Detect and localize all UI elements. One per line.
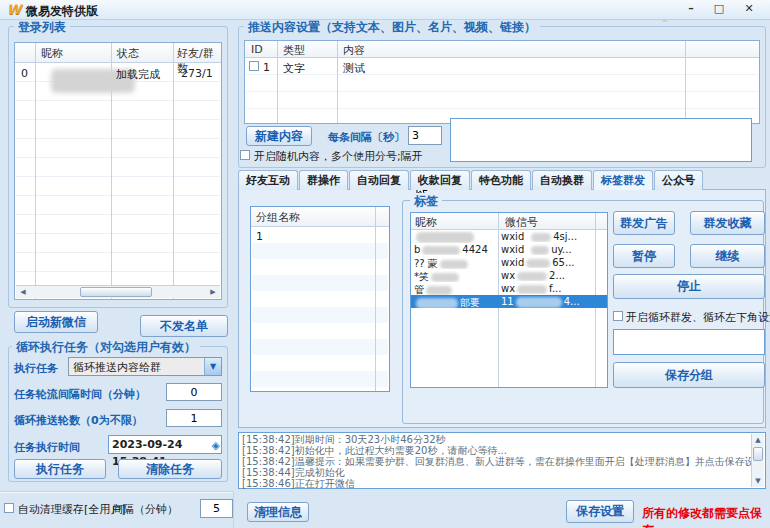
- group-name-input[interactable]: [613, 329, 765, 355]
- content-textarea[interactable]: [450, 118, 752, 162]
- push-table-body: [246, 58, 758, 122]
- minimize-button[interactable]: –: [682, 2, 700, 17]
- loop-rounds-input[interactable]: [166, 409, 222, 427]
- random-content-checkbox[interactable]: [240, 150, 250, 160]
- chevron-down-icon[interactable]: ▼: [204, 358, 221, 375]
- clean-info-button[interactable]: 清理信息: [247, 502, 309, 522]
- log-line: [15:38:46]正在打开微信: [242, 478, 749, 489]
- task-dropdown-value: 循环推送内容给群: [73, 360, 161, 375]
- loop-task-title: 循环执行任务（对勾选用户有效）: [12, 339, 200, 356]
- auto-clean-checkbox[interactable]: [4, 503, 14, 513]
- mass-send-ads-button[interactable]: 群发广告: [613, 211, 675, 235]
- scroll-up-icon[interactable]: ▲: [752, 434, 764, 446]
- log-line: [15:38:44]完成初始化: [242, 467, 749, 478]
- mass-send-favorites-button[interactable]: 群发收藏: [690, 211, 765, 235]
- loop-mass-send-label: 开启循环群发、循环左下角设置: [626, 310, 770, 325]
- content-row-checkbox[interactable]: [249, 61, 259, 71]
- start-new-wechat-button[interactable]: 启动新微信: [14, 311, 98, 333]
- datetime-spinner-icon[interactable]: ◈: [212, 437, 220, 454]
- group-list-header: 分组名称: [251, 207, 389, 227]
- tab-tag-mass-send[interactable]: 标签群发: [593, 170, 653, 190]
- msg-interval-label: 每条间隔〔秒〕: [328, 130, 405, 145]
- pause-button[interactable]: 暂停: [613, 244, 675, 268]
- execute-task-button[interactable]: 执行任务: [14, 459, 106, 479]
- scroll-thumb[interactable]: [80, 287, 152, 297]
- clean-interval-input[interactable]: [200, 499, 233, 518]
- log-line: [15:38:42]到期时间：30天23小时46分32秒: [242, 434, 749, 445]
- push-content-table: ID 类型 内容 1 文字 测试: [244, 40, 760, 124]
- tab-strip: 好友互动 群操作 自动回复 收款回复 特色功能 自动换群 标签群发 公众号: [238, 170, 703, 190]
- no-send-list-button[interactable]: 不发名单: [140, 315, 228, 337]
- clean-interval-label: 间隔（分钟）: [112, 502, 178, 517]
- title-bar: W 微易发特供版 – □ ✕: [0, 0, 770, 20]
- login-table-header: 昵称 状态 好友/群数: [15, 43, 221, 63]
- window-title: 微易发特供版: [26, 3, 98, 20]
- content-row-id: 1: [263, 61, 270, 74]
- tags-table: 昵称 微信号 wxid_4sj... b4424 wxid_uy... ?? 蒙…: [410, 212, 608, 388]
- col-content: 内容: [343, 43, 365, 58]
- group-row[interactable]: 1: [256, 230, 263, 243]
- tag-row[interactable]: ?? 蒙 wxid65...: [411, 256, 607, 269]
- login-row-count: 273/1: [181, 67, 213, 80]
- scroll-right-icon[interactable]: ▶: [208, 286, 218, 298]
- save-warning-text: 所有的修改都需要点保存: [642, 505, 770, 528]
- loop-rounds-label: 循环推送轮数（0为不限）: [14, 413, 143, 428]
- close-button[interactable]: ✕: [740, 2, 758, 17]
- round-interval-label: 任务轮流间隔时间（分钟）: [14, 387, 146, 402]
- divider: [277, 41, 278, 123]
- resume-button[interactable]: 继续: [690, 244, 765, 268]
- task-time-picker[interactable]: 2023-09-24 15:38:41 ◈: [108, 435, 222, 454]
- tab-auto-reply[interactable]: 自动回复: [349, 170, 409, 190]
- tab-payment-reply[interactable]: 收款回复: [410, 170, 470, 190]
- divider: [173, 43, 174, 299]
- app-logo-icon: W: [7, 2, 21, 17]
- scroll-left-icon[interactable]: ◀: [18, 286, 28, 298]
- stop-button[interactable]: 停止: [613, 274, 765, 299]
- log-area[interactable]: [15:38:42]到期时间：30天23小时46分32秒 [15:38:42]初…: [238, 432, 766, 489]
- tag-row[interactable]: 管 wxf...: [411, 282, 607, 295]
- new-content-button[interactable]: 新建内容: [246, 126, 312, 146]
- content-row-content[interactable]: 测试: [343, 61, 365, 76]
- task-label: 执行任务: [14, 361, 58, 376]
- tab-official-account[interactable]: 公众号: [654, 170, 703, 190]
- login-hscrollbar[interactable]: ◀ ▶: [16, 285, 220, 298]
- tag-row[interactable]: wxid_4sj...: [411, 230, 607, 243]
- task-time-label: 任务执行时间: [14, 440, 80, 455]
- tags-table-header: 昵称 微信号: [411, 213, 607, 230]
- save-settings-button[interactable]: 保存设置: [566, 500, 634, 523]
- log-line: [15:38:42]温馨提示：如果需要护群、回复群消息、新人进群等，需在群操作里…: [242, 456, 749, 467]
- task-dropdown[interactable]: 循环推送内容给群 ▼: [68, 357, 222, 376]
- tag-row-selected[interactable]: 部要 114...: [411, 295, 607, 308]
- random-content-label: 开启随机内容，多个使用分号;隔开: [254, 149, 423, 164]
- divider: [0, 491, 233, 492]
- log-vscrollbar[interactable]: ▲ ▼: [751, 434, 764, 487]
- divider: [685, 41, 686, 123]
- col-id: ID: [251, 43, 263, 56]
- col-nickname: 昵称: [41, 46, 63, 61]
- save-group-button[interactable]: 保存分组: [613, 362, 765, 388]
- login-row-index: 0: [21, 67, 28, 80]
- push-content-title: 推送内容设置（支持文本、图片、名片、视频、链接）: [244, 19, 540, 36]
- login-list-table: 昵称 状态 好友/群数 0 加载完成 273/1 ◀ ▶: [14, 42, 222, 300]
- divider: [35, 43, 36, 299]
- tags-title: 标签: [410, 193, 442, 210]
- clear-task-button[interactable]: 清除任务: [118, 459, 222, 479]
- scroll-thumb[interactable]: [753, 447, 763, 461]
- maximize-button[interactable]: □: [710, 2, 728, 17]
- content-row-type: 文字: [283, 61, 305, 76]
- round-interval-input[interactable]: [166, 383, 222, 401]
- loop-mass-send-checkbox[interactable]: [613, 311, 623, 321]
- tag-row[interactable]: *笑 wx2...: [411, 269, 607, 282]
- tab-special-features[interactable]: 特色功能: [471, 170, 531, 190]
- divider: [233, 491, 234, 528]
- msg-interval-input[interactable]: [408, 126, 442, 145]
- tag-row[interactable]: b4424 wxid_uy...: [411, 243, 607, 256]
- scroll-down-icon[interactable]: ▼: [752, 475, 764, 487]
- divider: [375, 207, 376, 391]
- tab-friend-interaction[interactable]: 好友互动: [238, 170, 298, 190]
- login-table-body: [16, 63, 220, 285]
- tab-group-operations[interactable]: 群操作: [299, 170, 348, 190]
- tab-auto-switch-group[interactable]: 自动换群: [532, 170, 592, 190]
- group-list-body: [252, 227, 388, 390]
- login-row-status[interactable]: 加载完成: [116, 67, 160, 82]
